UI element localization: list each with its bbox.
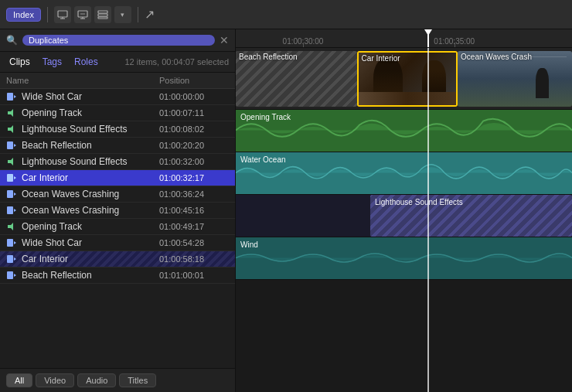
- audio-track-opening: Opening Track: [236, 110, 572, 152]
- filter-audio-button[interactable]: Audio: [77, 373, 116, 387]
- tab-roles[interactable]: Roles: [71, 55, 101, 69]
- clip-name: Wide Shot Car: [22, 237, 159, 248]
- clip-position: 01:00:32:17: [159, 173, 229, 182]
- clip-name: Ocean Waves Crashing: [22, 205, 159, 216]
- search-bar: 🔍 Duplicates ✕: [0, 29, 235, 52]
- audio-clip-lighthouse[interactable]: Lighthouse Sound Effects: [370, 195, 572, 237]
- video-clip-icon: [6, 237, 17, 248]
- table-row[interactable]: Wide Shot Car 01:00:54:28: [0, 235, 235, 251]
- svg-rect-28: [7, 271, 13, 279]
- toolbar: Index ▾ ↗: [0, 0, 572, 29]
- col-header-name: Name: [6, 76, 159, 85]
- monitor2-icon[interactable]: [74, 6, 91, 23]
- clip-name: Opening Track: [22, 221, 159, 232]
- clip-name: Opening Track: [22, 107, 159, 118]
- main-area: 🔍 Duplicates ✕ Clips Tags Roles 12 items…: [0, 29, 572, 392]
- svg-rect-19: [7, 190, 13, 198]
- col-header-position: Position: [159, 76, 229, 85]
- table-row[interactable]: Wide Shot Car 01:00:00:00: [0, 89, 235, 105]
- ruler-line-2: [455, 43, 455, 47]
- clip-position: 01:00:49:17: [159, 222, 229, 231]
- clip-position: 01:00:00:00: [159, 92, 229, 101]
- audio-track-lighthouse: Lighthouse Sound Effects: [236, 195, 572, 237]
- svg-rect-21: [7, 206, 13, 214]
- svg-rect-24: [7, 239, 13, 247]
- video-clip-car[interactable]: Car Interior: [357, 51, 458, 107]
- monitor-icon[interactable]: [54, 6, 71, 23]
- table-row[interactable]: Ocean Waves Crashing 01:00:45:16: [0, 203, 235, 219]
- svg-rect-17: [7, 174, 13, 182]
- video-clip-icon: [6, 205, 17, 216]
- tab-clips[interactable]: Clips: [6, 55, 33, 69]
- audio-clip-icon: [6, 107, 17, 118]
- clip-name: Lighthouse Sound Effects: [22, 124, 159, 135]
- video-clip-icon: [6, 140, 17, 151]
- svg-rect-7: [98, 11, 107, 13]
- clip-label-beach: Beach Reflection: [239, 53, 298, 61]
- svg-rect-10: [7, 93, 13, 101]
- table-row[interactable]: Beach Reflection 01:01:00:01: [0, 268, 235, 284]
- audio-clip-water[interactable]: [236, 152, 572, 194]
- clip-position: 01:00:54:28: [159, 238, 229, 247]
- timeline-tracks: Beach Reflection Car Interior: [236, 48, 572, 392]
- video-clip-beach[interactable]: Beach Reflection: [236, 51, 357, 107]
- clip-name: Lighthouse Sound Effects: [22, 156, 159, 167]
- table-row[interactable]: Ocean Waves Crashing 01:00:36:24: [0, 186, 235, 203]
- audio-label-water: Water Ocean: [240, 155, 286, 164]
- toolbar-icon-group: ▾: [54, 6, 131, 23]
- clip-name: Beach Reflection: [22, 140, 159, 151]
- table-row[interactable]: Opening Track 01:00:07:11: [0, 105, 235, 121]
- table-row[interactable]: Beach Reflection 01:00:20:20: [0, 138, 235, 154]
- svg-rect-0: [58, 11, 67, 17]
- toolbar-separator2: [138, 7, 138, 22]
- svg-marker-27: [14, 257, 16, 261]
- audio-track-wind: Wind: [236, 237, 572, 280]
- svg-marker-22: [14, 209, 16, 212]
- filter-video-button[interactable]: Video: [36, 373, 74, 387]
- filter-titles-button[interactable]: Titles: [119, 373, 156, 387]
- svg-marker-25: [14, 241, 16, 244]
- audio-clip-icon: [6, 124, 17, 135]
- search-tag[interactable]: Duplicates: [22, 35, 215, 46]
- tab-info: 12 items, 00:04:07 selected: [124, 57, 229, 66]
- video-track: Beach Reflection Car Interior: [236, 48, 572, 110]
- video-clip-icon: [6, 270, 17, 281]
- clip-position: 01:00:20:20: [159, 141, 229, 150]
- waveform-water: [236, 152, 572, 194]
- tab-tags[interactable]: Tags: [39, 55, 65, 69]
- audio-clip-wind[interactable]: [236, 237, 572, 279]
- clip-name: Car Interior: [22, 172, 159, 183]
- svg-marker-23: [8, 223, 13, 230]
- layers-icon[interactable]: [94, 6, 111, 23]
- playhead[interactable]: [427, 29, 429, 47]
- index-button[interactable]: Index: [6, 8, 41, 22]
- video-clip-icon: [6, 91, 17, 102]
- svg-marker-12: [8, 109, 13, 117]
- audio-label-opening: Opening Track: [240, 113, 291, 121]
- table-row[interactable]: Opening Track 01:00:49:17: [0, 219, 235, 235]
- arrow-tool-icon[interactable]: ↗: [145, 7, 155, 22]
- svg-marker-29: [14, 274, 16, 277]
- svg-marker-13: [8, 125, 13, 133]
- search-close-icon[interactable]: ✕: [220, 34, 229, 46]
- filter-all-button[interactable]: All: [6, 373, 32, 387]
- dropdown-icon[interactable]: ▾: [114, 6, 131, 23]
- clip-position: 01:00:07:11: [159, 108, 229, 118]
- audio-track-water: Water Ocean: [236, 152, 572, 195]
- clip-name: Car Interior: [22, 254, 159, 264]
- svg-marker-20: [14, 193, 16, 196]
- table-header: Name Position: [0, 73, 235, 89]
- audio-label-wind: Wind: [240, 240, 258, 249]
- table-row[interactable]: Car Interior 01:00:58:18: [0, 251, 235, 268]
- table-row[interactable]: Lighthouse Sound Effects 01:00:32:00: [0, 154, 235, 170]
- timeline-ruler: 01:00:30:00 01:00:35:00: [236, 29, 572, 48]
- svg-marker-15: [14, 144, 16, 147]
- svg-rect-26: [7, 255, 13, 263]
- table-row[interactable]: Lighthouse Sound Effects 01:00:08:02: [0, 121, 235, 138]
- filter-row: All Video Audio Titles: [0, 368, 235, 392]
- table-row[interactable]: Car Interior 01:00:32:17: [0, 170, 235, 186]
- video-clip-icon: [6, 189, 17, 199]
- video-clip-ocean[interactable]: Ocean Waves Crash: [458, 51, 572, 107]
- left-panel: 🔍 Duplicates ✕ Clips Tags Roles 12 items…: [0, 29, 236, 392]
- clip-label-car: Car Interior: [362, 54, 400, 63]
